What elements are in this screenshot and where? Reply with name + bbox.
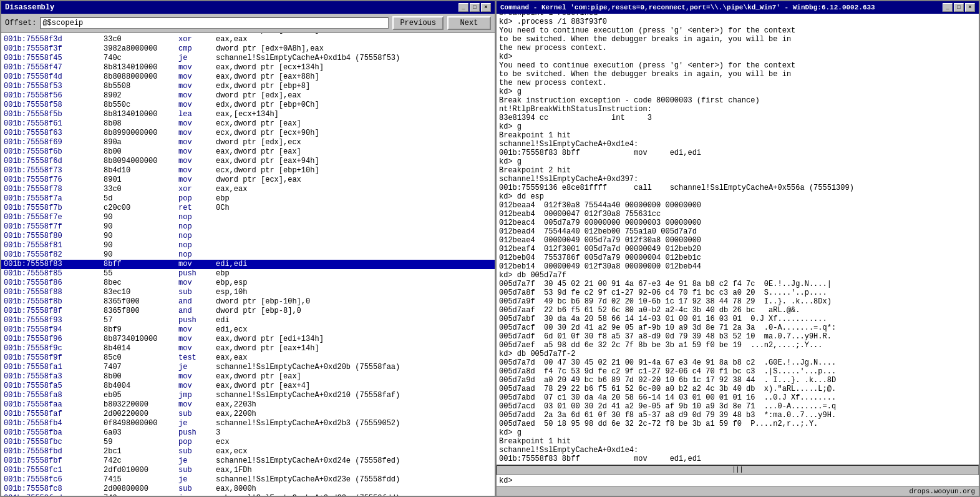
table-row[interactable]: 001b:75558f568902movdword ptr [edx],eax [1, 91, 495, 101]
disasm-address: 001b:75558fc6 [4, 475, 104, 485]
table-row[interactable]: 001b:75558f8090nop [1, 232, 495, 241]
table-row[interactable]: 001b:75558f8883ec10subesp,10h [1, 288, 495, 297]
command-output[interactable]: *** ERROR: Symbol file could not be foun… [497, 14, 979, 465]
disasm-mnemonic: mov [178, 260, 216, 269]
table-row[interactable]: 001b:75558f9c8b4014moveax,dword ptr [eax… [1, 344, 495, 353]
table-row[interactable]: 001b:75558f738b4d10movecx,dword ptr [ebp… [1, 166, 495, 175]
disasm-mnemonic: je [178, 456, 216, 466]
offset-input[interactable] [40, 17, 389, 29]
cmd-maximize-button[interactable]: □ [954, 3, 964, 12]
table-row[interactable]: 001b:75558f768901movdword ptr [ecx],eax [1, 175, 495, 185]
disasm-bytes: 8b00 [104, 147, 178, 157]
table-row[interactable]: 001b:75558fbf742cjeschannel!SslEmptyCach… [1, 456, 495, 466]
table-row[interactable]: 001b:75558f868becmovebp,esp [1, 278, 495, 288]
table-row[interactable]: 001b:75558fc12dfd010000subeax,1FDh [1, 466, 495, 475]
close-button[interactable]: × [481, 3, 491, 12]
disasm-bytes: 7415 [104, 475, 178, 485]
disasm-operands: eax,dword ptr [eax+88h] [216, 72, 492, 82]
disasm-mnemonic: cmp [178, 44, 216, 54]
table-row[interactable]: 001b:75558fcd740ejeschannel!SslEmptyCach… [1, 494, 495, 496]
table-row[interactable]: 001b:75558f948bf9movedi,ecx [1, 325, 495, 335]
disasm-operands: eax,2200h [216, 410, 492, 419]
disasm-mnemonic: mov [178, 63, 216, 72]
table-row[interactable]: 001b:75558f5b8b8134010000leaeax,[ecx+134… [1, 110, 495, 119]
table-row[interactable]: 001b:75558fa38b00moveax,dword ptr [eax] [1, 372, 495, 381]
disasm-operands: dword ptr [ebp-8],0 [216, 307, 492, 316]
cmd-minimize-button[interactable]: _ [943, 3, 953, 12]
table-row[interactable]: 001b:75558fba6a03push3 [1, 428, 495, 438]
disasm-address: 001b:75558f6d [4, 157, 104, 166]
disasm-mnemonic: nop [178, 232, 216, 241]
disasm-address: 001b:75558f7a [4, 194, 104, 204]
disasm-address: 001b:75558fa8 [4, 391, 104, 400]
table-row[interactable]: 001b:75558f7f90nop [1, 222, 495, 232]
table-row[interactable]: 001b:75558faab803220000moveax,2203h [1, 400, 495, 410]
disasm-mnemonic: sub [178, 410, 216, 419]
table-row[interactable]: 001b:75558f8190nop [1, 241, 495, 250]
horizontal-scrollbar-thumb[interactable]: ||| [732, 466, 743, 473]
table-row[interactable]: 001b:75558f9f85c0testeax,eax [1, 353, 495, 363]
command-input[interactable] [515, 476, 976, 485]
table-row[interactable]: 001b:75558faf2d00220000subeax,2200h [1, 410, 495, 419]
table-row[interactable]: 001b:75558f6d8b8094000000moveax,dword pt… [1, 157, 495, 166]
disasm-mnemonic: push [178, 269, 216, 278]
maximize-button[interactable]: □ [470, 3, 480, 12]
command-input-area: kd> [497, 475, 979, 486]
disasm-mnemonic: sub [178, 288, 216, 297]
table-row[interactable]: 001b:75558f8b8365f000anddword ptr [ebp-1… [1, 297, 495, 307]
disasm-bytes: 57 [104, 316, 178, 325]
disasm-bytes: 8b8134010000 [104, 63, 178, 72]
table-row[interactable]: 001b:75558f7bc20c00ret0Ch [1, 204, 495, 213]
disasm-address: 001b:75558fcd [4, 494, 104, 496]
table-row[interactable]: 001b:75558f618b08movecx,dword ptr [eax] [1, 119, 495, 129]
table-row[interactable]: 001b:75558f7e90nop [1, 213, 495, 222]
table-row[interactable]: 001b:75558f3f3982a8000000cmpdword ptr [e… [1, 44, 495, 54]
table-row[interactable]: 001b:75558f8f8365f800anddword ptr [ebp-8… [1, 307, 495, 316]
cmd-close-button[interactable]: × [965, 3, 975, 12]
disasm-mnemonic: xor [178, 35, 216, 44]
table-row[interactable]: 001b:75558fa58b4004moveax,dword ptr [eax… [1, 381, 495, 391]
table-row[interactable]: 001b:75558fbc59popecx [1, 438, 495, 447]
disasm-mnemonic: sub [178, 466, 216, 475]
table-row[interactable]: 001b:75558f7833c0xoreax,eax [1, 185, 495, 194]
disasm-operands: ebp [216, 269, 492, 278]
table-row[interactable]: 001b:75558f838bffmovedi,edi [1, 260, 495, 269]
disasm-bytes: 8365f000 [104, 297, 178, 307]
table-row[interactable]: 001b:75558f588b550cmovedx,dword ptr [ebp… [1, 101, 495, 110]
table-row[interactable]: 001b:75558f8555pushebp [1, 269, 495, 278]
next-button[interactable]: Next [447, 16, 491, 30]
table-row[interactable]: 001b:75558f6b8b00moveax,dword ptr [eax] [1, 147, 495, 157]
titlebar-buttons: _ □ × [458, 3, 491, 12]
disasm-address: 001b:75558f4d [4, 72, 104, 82]
table-row[interactable]: 001b:75558fc67415jeschannel!SslEmptyCach… [1, 475, 495, 485]
disassembly-content[interactable]: 001b:75558f358bffmovedi,edi001b:75558f37… [1, 33, 495, 496]
table-row[interactable]: 001b:75558f3d33c0xoreax,eax [1, 35, 495, 44]
table-row[interactable]: 001b:75558f4d8b8088000000moveax,dword pt… [1, 72, 495, 82]
disassembly-toolbar: Offset: Previous Next [1, 14, 495, 33]
table-row[interactable]: 001b:75558f69890amovdword ptr [edx],ecx [1, 138, 495, 147]
disasm-operands: ebp,esp [216, 278, 492, 288]
table-row[interactable]: 001b:75558f478b8134010000moveax,dword pt… [1, 63, 495, 72]
table-row[interactable]: 001b:75558fbd2bc1subeax,ecx [1, 447, 495, 456]
disasm-operands: dword ptr [ecx],eax [216, 175, 492, 185]
table-row[interactable]: 001b:75558f538b5508movedx,dword ptr [ebp… [1, 82, 495, 91]
table-row[interactable]: 001b:75558f9357pushedi [1, 316, 495, 325]
disasm-mnemonic: mov [178, 101, 216, 110]
table-row[interactable]: 001b:75558f968b8734010000moveax,dword pt… [1, 335, 495, 344]
minimize-button[interactable]: _ [458, 3, 468, 12]
table-row[interactable]: 001b:75558f8290nop [1, 250, 495, 260]
table-row[interactable]: 001b:75558fa17407jeschannel!SslEmptyCach… [1, 363, 495, 372]
table-row[interactable]: 001b:75558f638b8990000000movecx,dword pt… [1, 129, 495, 138]
disasm-operands: edx,dword ptr [ebp+8] [216, 82, 492, 91]
table-row[interactable]: 001b:75558f45740cjeschannel!SslEmptyCach… [1, 54, 495, 63]
table-row[interactable]: 001b:75558fb40f8498000000jeschannel!SslE… [1, 419, 495, 428]
previous-button[interactable]: Previous [392, 16, 444, 30]
table-row[interactable]: 001b:75558f7a5dpopebp [1, 194, 495, 204]
disasm-operands: eax,dword ptr [eax+94h] [216, 157, 492, 166]
disasm-operands: edi,edi [216, 260, 492, 269]
table-row[interactable]: 001b:75558fa8eb05jmpschannel!SslEmptyCac… [1, 391, 495, 400]
disasm-bytes: 8bff [104, 260, 178, 269]
disasm-address: 001b:75558fa5 [4, 381, 104, 391]
disasm-bytes: b803220000 [104, 400, 178, 410]
table-row[interactable]: 001b:75558fc82d00800000subeax,8000h [1, 485, 495, 494]
